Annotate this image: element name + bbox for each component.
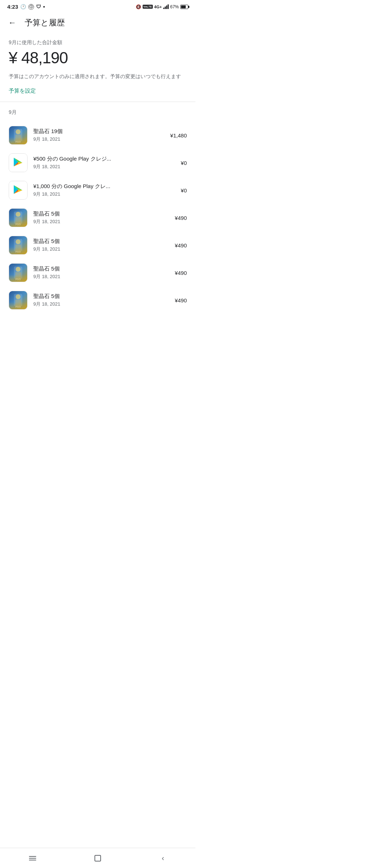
transaction-amount: ¥0	[181, 160, 187, 166]
page-header: ← 予算と履歴	[0, 12, 196, 34]
svg-text:FGO: FGO	[16, 141, 21, 143]
transaction-date: 9月 18, 2021	[33, 136, 164, 142]
transaction-date: 9月 18, 2021	[33, 218, 169, 225]
battery-icon	[180, 5, 188, 9]
svg-rect-10	[15, 217, 21, 224]
transaction-date: 9月 18, 2021	[33, 163, 175, 170]
network-icon: 4G+	[154, 5, 162, 9]
set-budget-button[interactable]: 予算を設定	[9, 88, 36, 94]
transaction-name: 聖晶石 5個	[33, 265, 169, 272]
page-title: 予算と履歴	[25, 17, 65, 28]
time-display: 4:23	[7, 4, 18, 10]
transaction-info: 聖晶石 19個 9月 18, 2021	[33, 128, 164, 142]
transaction-info: 聖晶石 5個 9月 18, 2021	[33, 265, 169, 280]
fgo-game-icon: FGO	[9, 209, 27, 227]
svg-text:FGO: FGO	[16, 278, 21, 281]
transaction-amount: ¥490	[175, 215, 187, 221]
svg-point-9	[16, 212, 20, 217]
svg-rect-20	[15, 272, 21, 279]
transaction-list: FGO 聖晶石 19個 9月 18, 2021 ¥1,480 ¥500 分の G…	[9, 122, 187, 314]
transaction-info: 聖晶石 5個 9月 18, 2021	[33, 293, 169, 307]
transaction-name: ¥1,000 分の Google Play クレ...	[33, 183, 175, 190]
fgo-game-icon: FGO	[9, 126, 27, 144]
shield-icon: 🛡	[36, 4, 41, 9]
svg-point-14	[16, 239, 20, 244]
battery-percent: 67%	[170, 4, 179, 9]
transaction-name: ¥500 分の Google Play クレジ...	[33, 156, 175, 162]
fgo-game-icon: FGO	[9, 291, 27, 309]
svg-point-19	[16, 267, 20, 272]
transaction-amount: ¥490	[175, 297, 187, 303]
transaction-item[interactable]: ¥1,000 分の Google Play クレ... 9月 18, 2021 …	[9, 176, 187, 204]
transaction-amount: ¥1,480	[170, 132, 187, 139]
svg-rect-25	[15, 299, 21, 306]
transaction-info: 聖晶石 5個 9月 18, 2021	[33, 210, 169, 225]
signal-bars	[163, 5, 169, 9]
dot-icon: •	[43, 4, 45, 10]
main-content: 9月に使用した合計金額 ¥ 48,190 予算はこのアカウントのみに適用されます…	[0, 34, 196, 320]
app-icon: FGO	[9, 236, 28, 255]
transaction-amount: ¥0	[181, 187, 187, 193]
back-button[interactable]: ←	[6, 16, 19, 29]
transaction-date: 9月 18, 2021	[33, 301, 169, 307]
app-icon: FGO	[9, 263, 28, 282]
app-icon	[9, 181, 28, 200]
volte-badge: VoLTE	[143, 5, 153, 9]
budget-description: 予算はこのアカウントのみに適用されます。予算の変更はいつでも行えます	[9, 73, 187, 80]
transaction-item[interactable]: FGO 聖晶石 5個 9月 18, 2021 ¥490	[9, 204, 187, 231]
transaction-date: 9月 18, 2021	[33, 246, 169, 252]
transaction-item[interactable]: FGO 聖晶石 19個 9月 18, 2021 ¥1,480	[9, 122, 187, 149]
divider	[0, 102, 196, 102]
transaction-item[interactable]: FGO 聖晶石 5個 9月 18, 2021 ¥490	[9, 259, 187, 286]
transaction-date: 9月 18, 2021	[33, 191, 175, 197]
summary-month-label: 9月に使用した合計金額	[9, 39, 187, 46]
mute-icon: 🔇	[136, 4, 141, 9]
transaction-name: 聖晶石 19個	[33, 128, 164, 135]
status-right: 🔇 VoLTE 4G+ 67%	[136, 4, 188, 9]
section-month-label: 9月	[9, 109, 187, 116]
google-play-icon	[9, 181, 27, 199]
svg-point-24	[16, 294, 20, 299]
alarm-icon: 🕐	[20, 4, 26, 9]
info-icon: ⓘ	[28, 4, 34, 10]
svg-text:FGO: FGO	[16, 251, 21, 253]
transaction-name: 聖晶石 5個	[33, 238, 169, 245]
app-icon	[9, 153, 28, 172]
svg-text:FGO: FGO	[16, 306, 21, 308]
transaction-name: 聖晶石 5個	[33, 293, 169, 300]
transaction-item[interactable]: FGO 聖晶石 5個 9月 18, 2021 ¥490	[9, 286, 187, 314]
total-amount: ¥ 48,190	[9, 49, 187, 67]
transaction-info: ¥500 分の Google Play クレジ... 9月 18, 2021	[33, 156, 175, 170]
app-icon: FGO	[9, 291, 28, 310]
transaction-amount: ¥490	[175, 270, 187, 276]
app-icon: FGO	[9, 208, 28, 227]
svg-point-2	[16, 129, 20, 134]
transaction-item[interactable]: FGO 聖晶石 5個 9月 18, 2021 ¥490	[9, 231, 187, 259]
svg-rect-15	[15, 244, 21, 251]
fgo-game-icon: FGO	[9, 236, 27, 254]
svg-rect-3	[15, 135, 21, 141]
transaction-date: 9月 18, 2021	[33, 273, 169, 280]
transaction-info: 聖晶石 5個 9月 18, 2021	[33, 238, 169, 252]
app-icon: FGO	[9, 126, 28, 145]
status-bar: 4:23 🕐 ⓘ 🛡 • 🔇 VoLTE 4G+ 67%	[0, 0, 196, 12]
transaction-name: 聖晶石 5個	[33, 210, 169, 217]
transaction-info: ¥1,000 分の Google Play クレ... 9月 18, 2021	[33, 183, 175, 197]
status-time: 4:23 🕐 ⓘ 🛡 •	[7, 4, 45, 10]
transaction-amount: ¥490	[175, 242, 187, 248]
transaction-item[interactable]: ¥500 分の Google Play クレジ... 9月 18, 2021 ¥…	[9, 149, 187, 176]
back-arrow-icon: ←	[8, 18, 16, 27]
fgo-game-icon: FGO	[9, 264, 27, 282]
google-play-icon	[9, 154, 27, 172]
svg-text:FGO: FGO	[16, 223, 21, 226]
